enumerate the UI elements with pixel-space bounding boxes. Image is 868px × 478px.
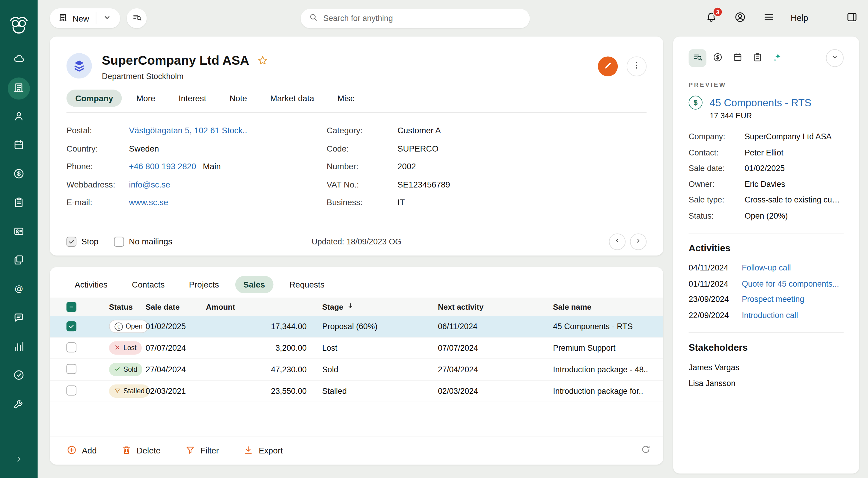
new-button[interactable]: New <box>50 8 120 28</box>
account-button[interactable] <box>733 11 747 26</box>
stop-checkbox[interactable] <box>66 237 76 246</box>
tab-misc[interactable]: Misc <box>329 90 363 107</box>
activity-link[interactable]: Prospect meeting <box>742 292 844 307</box>
sidebar-item-marketing[interactable] <box>8 365 30 387</box>
row-checkbox[interactable] <box>66 342 76 352</box>
sidebar-item-visits[interactable] <box>8 221 30 243</box>
tab-market-data[interactable]: Market data <box>261 90 323 107</box>
phone-link[interactable]: +46 800 193 2820 <box>129 158 196 175</box>
business-value: IT <box>397 194 405 211</box>
tab-requests[interactable]: Requests <box>281 276 333 293</box>
preview-sale-title-link[interactable]: 45 Components - RTS <box>710 96 811 109</box>
sidebar-item-calendar[interactable] <box>8 135 30 157</box>
tab-projects[interactable]: Projects <box>181 276 227 293</box>
tab-company[interactable]: Company <box>66 90 122 107</box>
tab-contacts[interactable]: Contacts <box>123 276 173 293</box>
email-link[interactable]: www.sc.se <box>129 194 168 211</box>
cell-stage: Stalled <box>322 387 438 396</box>
euro-icon: € <box>115 322 123 331</box>
table-row[interactable]: Stalled 02/03/2021 23,550.00 Stalled 02/… <box>50 381 663 402</box>
no-mailings-checkbox[interactable] <box>114 237 124 246</box>
tab-note[interactable]: Note <box>221 90 256 107</box>
category-value: Customer A <box>397 122 441 140</box>
table-header-row: Status Sale date Amount Stage Next activ… <box>50 298 663 316</box>
refresh-button[interactable] <box>641 444 651 457</box>
sidebar-item-settings[interactable] <box>8 394 30 416</box>
cell-stage: Sold <box>322 365 438 374</box>
sidebar-item-email[interactable]: @ <box>8 279 30 301</box>
tab-more[interactable]: More <box>127 90 164 107</box>
clipboard-icon <box>752 52 763 64</box>
row-checkbox[interactable] <box>66 385 76 395</box>
edit-company-button[interactable] <box>598 56 618 76</box>
global-search[interactable] <box>301 9 530 28</box>
field-label: Number: <box>327 158 397 175</box>
preview-contact-link[interactable]: Peter Elliot <box>745 145 844 161</box>
panel-layout-icon <box>846 11 858 26</box>
activity-link[interactable]: Follow-up call <box>742 260 844 276</box>
chevron-left-icon <box>613 237 621 246</box>
pencil-icon <box>603 61 612 72</box>
table-row[interactable]: €Open 01/02/2025 17,344.00 Proposal (60%… <box>50 316 663 338</box>
activity-link[interactable]: Quote for 45 components... <box>742 276 844 292</box>
tab-interest[interactable]: Interest <box>169 90 215 107</box>
table-row[interactable]: Sold 27/04/2024 47,230.00 Sold 27/04/202… <box>50 359 663 381</box>
cell-amount: 47,230.00 <box>206 365 310 374</box>
no-mailings-checkbox-group[interactable]: No mailings <box>114 237 172 246</box>
help-link[interactable]: Help <box>791 13 808 23</box>
sidebar-item-sales[interactable] <box>8 164 30 186</box>
main-menu-button[interactable] <box>762 11 776 26</box>
column-header-sale-name[interactable]: Sale name <box>553 302 654 311</box>
tab-sales[interactable]: Sales <box>235 276 273 293</box>
search-input[interactable] <box>323 14 522 23</box>
stop-checkbox-group[interactable]: Stop <box>66 237 99 246</box>
tab-activities[interactable]: Activities <box>66 276 116 293</box>
sidebar-item-reports[interactable] <box>8 336 30 358</box>
select-all-checkbox[interactable] <box>66 302 76 312</box>
panel-tab-calendar[interactable] <box>728 49 746 67</box>
sidebar-item-companies[interactable] <box>8 77 30 100</box>
panel-tab-sales[interactable] <box>709 49 726 67</box>
postal-address-link[interactable]: Västgötagatan 5, 102 61 Stock.. <box>129 122 247 140</box>
column-header-stage[interactable]: Stage <box>322 302 438 311</box>
webaddress-link[interactable]: info@sc.se <box>129 175 170 194</box>
sidebar-item-chat[interactable] <box>8 308 30 330</box>
notifications-button[interactable]: 3 <box>704 11 719 26</box>
delete-button[interactable]: Delete <box>121 444 161 457</box>
preview-company-link[interactable]: SuperCompany Ltd ASA <box>745 129 844 145</box>
company-more-options-button[interactable] <box>627 56 647 76</box>
sort-arrow-down-icon <box>346 302 354 311</box>
country-value: Sweden <box>129 140 159 158</box>
add-button[interactable]: Add <box>66 444 97 457</box>
selection-list-button[interactable] <box>127 8 147 28</box>
sidebar-item-tasks[interactable] <box>8 193 30 215</box>
column-header-amount[interactable]: Amount <box>206 302 310 311</box>
column-header-status[interactable]: Status <box>109 302 146 311</box>
code-value: SUPERCO <box>397 140 438 158</box>
sidebar-item-contacts[interactable] <box>8 106 30 129</box>
column-header-sale-date[interactable]: Sale date <box>146 302 206 311</box>
panel-tab-tasks[interactable] <box>748 49 766 67</box>
svg-text:@: @ <box>14 283 23 294</box>
sidebar-item-dashboard[interactable] <box>8 49 30 71</box>
sidebar-item-projects[interactable] <box>8 250 30 272</box>
panel-collapse-button[interactable] <box>826 49 844 67</box>
new-button-dropdown[interactable] <box>96 12 118 25</box>
side-panel-toggle-button[interactable] <box>845 11 859 26</box>
row-checkbox[interactable] <box>66 364 76 373</box>
export-button[interactable]: Export <box>243 444 283 457</box>
sidebar-expand-button[interactable] <box>8 449 30 471</box>
panel-tab-ai-assistant[interactable] <box>769 49 786 67</box>
cell-sale-name: 45 Components - RTS <box>553 322 654 331</box>
activity-link[interactable]: Introduction call <box>742 307 844 323</box>
column-header-next-activity[interactable]: Next activity <box>438 302 553 311</box>
app-logo-owl[interactable] <box>7 12 31 38</box>
refresh-icon <box>641 444 651 457</box>
filter-button[interactable]: Filter <box>185 444 219 457</box>
row-checkbox[interactable] <box>66 321 76 331</box>
previous-record-button[interactable] <box>609 233 625 249</box>
table-row[interactable]: Lost 07/07/2024 3,200.00 Lost 07/07/2024… <box>50 338 663 359</box>
panel-tab-selection[interactable] <box>689 49 707 67</box>
next-record-button[interactable] <box>630 233 647 249</box>
favorite-star-button[interactable] <box>257 55 269 67</box>
